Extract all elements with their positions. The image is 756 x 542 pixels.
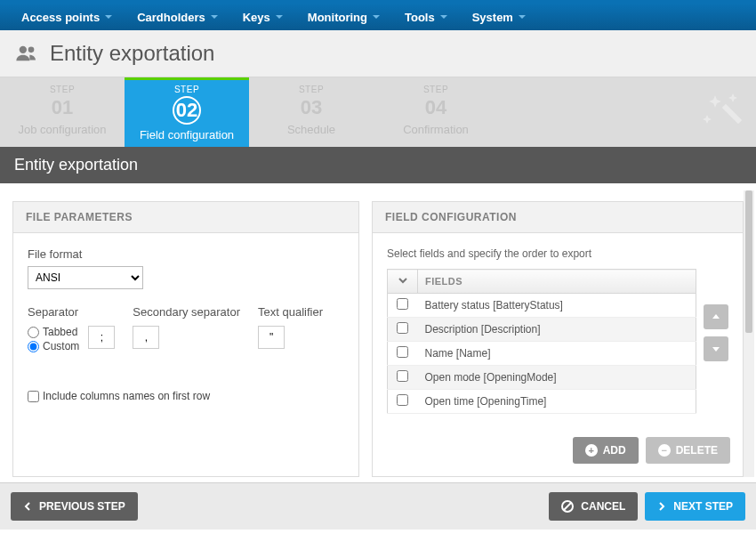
table-row[interactable]: Description [Description] bbox=[388, 318, 696, 342]
panel-title: FIELD CONFIGURATION bbox=[373, 202, 743, 233]
add-button[interactable]: +ADD bbox=[573, 437, 639, 464]
move-up-button[interactable] bbox=[704, 304, 728, 329]
next-step-button[interactable]: NEXT STEP bbox=[645, 492, 745, 521]
wizard-wand-icon bbox=[699, 90, 744, 134]
svg-line-4 bbox=[564, 503, 571, 510]
separator-tabbed-radio[interactable]: Tabbed bbox=[28, 326, 79, 338]
chevron-down-icon bbox=[211, 15, 218, 19]
content-area: FILE PARAMETERS File format ANSI Separat… bbox=[0, 183, 756, 477]
chevron-down-icon bbox=[105, 15, 112, 19]
secondary-separator-input[interactable] bbox=[133, 326, 159, 349]
secondary-separator-label: Secondary separator bbox=[133, 305, 240, 319]
page-title: Entity exportation bbox=[50, 41, 214, 66]
page-title-bar: Entity exportation bbox=[0, 30, 756, 77]
row-checkbox[interactable] bbox=[397, 322, 408, 334]
scrollbar-thumb[interactable] bbox=[745, 190, 752, 333]
chevron-down-icon bbox=[373, 15, 380, 19]
cancel-icon bbox=[561, 500, 574, 513]
nav-tools[interactable]: Tools bbox=[392, 11, 460, 24]
file-format-label: File format bbox=[28, 247, 344, 261]
chevron-right-icon bbox=[657, 502, 666, 511]
fields-table: FIELDS Battery status [BatteryStatus] De… bbox=[387, 269, 696, 414]
file-format-select[interactable]: ANSI bbox=[28, 266, 143, 289]
section-header: Entity exportation bbox=[0, 147, 756, 183]
table-row[interactable]: Open time [OpeningTime] bbox=[388, 390, 696, 414]
row-checkbox[interactable] bbox=[397, 370, 408, 382]
chevron-down-icon bbox=[440, 15, 447, 19]
separator-custom-radio[interactable]: Custom bbox=[28, 340, 79, 352]
scrollbar[interactable] bbox=[744, 190, 754, 477]
svg-point-1 bbox=[28, 47, 35, 53]
table-row[interactable]: Name [Name] bbox=[388, 342, 696, 366]
row-checkbox[interactable] bbox=[397, 346, 408, 358]
step-2[interactable]: STEP 02 Field configuration bbox=[125, 77, 249, 147]
separator-label: Separator bbox=[28, 305, 115, 319]
include-columns-checkbox[interactable]: Include columns names on first row bbox=[28, 390, 344, 402]
table-row[interactable]: Open mode [OpeningMode] bbox=[388, 366, 696, 390]
nav-keys[interactable]: Keys bbox=[230, 11, 295, 24]
nav-system[interactable]: System bbox=[460, 11, 538, 24]
field-config-hint: Select fields and specify the order to e… bbox=[387, 247, 728, 260]
delete-button[interactable]: −DELETE bbox=[646, 437, 730, 464]
wizard-steps: STEP 01 Job configuration STEP 02 Field … bbox=[0, 77, 756, 147]
row-checkbox[interactable] bbox=[397, 298, 408, 310]
chevron-left-icon bbox=[23, 502, 32, 511]
table-row[interactable]: Battery status [BatteryStatus] bbox=[388, 294, 696, 318]
previous-step-button[interactable]: PREVIOUS STEP bbox=[11, 492, 138, 521]
fields-column-header[interactable]: FIELDS bbox=[418, 270, 696, 294]
step-4[interactable]: STEP 04 Confirmation bbox=[374, 77, 498, 147]
step-3[interactable]: STEP 03 Schedule bbox=[249, 77, 374, 147]
row-checkbox[interactable] bbox=[397, 394, 408, 406]
field-configuration-panel: FIELD CONFIGURATION Select fields and sp… bbox=[372, 201, 744, 477]
nav-monitoring[interactable]: Monitoring bbox=[295, 11, 392, 24]
svg-point-0 bbox=[20, 46, 27, 53]
svg-rect-2 bbox=[722, 104, 743, 125]
text-qualifier-label: Text qualifier bbox=[258, 305, 323, 319]
cancel-button[interactable]: CANCEL bbox=[549, 492, 638, 521]
top-nav: Access points Cardholders Keys Monitorin… bbox=[0, 0, 756, 30]
text-qualifier-input[interactable] bbox=[258, 326, 285, 349]
expand-all-header[interactable] bbox=[388, 270, 418, 294]
chevron-down-icon bbox=[519, 15, 526, 19]
nav-cardholders[interactable]: Cardholders bbox=[125, 11, 230, 24]
chevron-down-icon bbox=[276, 15, 283, 19]
panel-title: FILE PARAMETERS bbox=[13, 202, 358, 233]
step-1[interactable]: STEP 01 Job configuration bbox=[0, 77, 125, 147]
move-down-button[interactable] bbox=[704, 336, 728, 361]
file-parameters-panel: FILE PARAMETERS File format ANSI Separat… bbox=[12, 201, 359, 477]
people-icon bbox=[14, 44, 39, 62]
minus-icon: − bbox=[658, 444, 671, 457]
nav-access-points[interactable]: Access points bbox=[9, 11, 125, 24]
separator-value-input[interactable] bbox=[88, 326, 115, 349]
plus-icon: + bbox=[585, 444, 598, 457]
footer-bar: PREVIOUS STEP CANCEL NEXT STEP bbox=[0, 482, 756, 530]
